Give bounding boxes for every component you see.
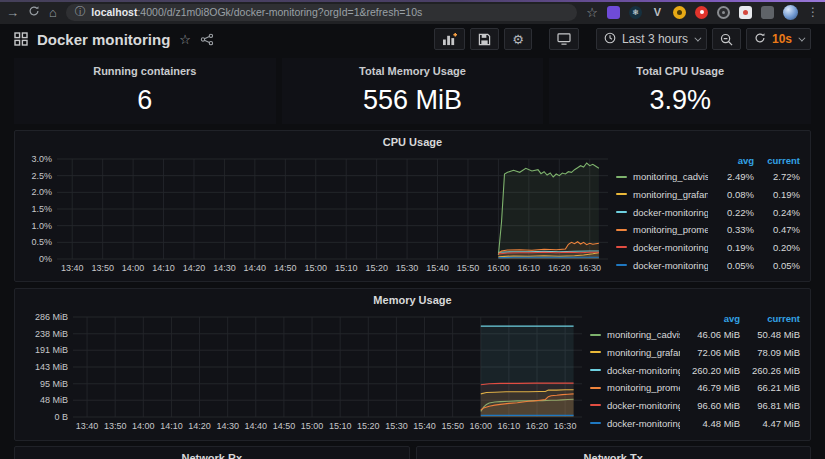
address-bar[interactable]: ⓘ localhost:4000/d/z1m0i8OGk/docker-moni…	[66, 4, 577, 21]
y-tick-label: 1.0%	[31, 221, 52, 231]
extension-cube-icon[interactable]	[607, 6, 620, 19]
extension-yellow-icon[interactable]	[673, 6, 686, 19]
x-tick-label: 14:10	[152, 263, 175, 273]
cycle-view-button[interactable]	[549, 28, 579, 50]
cpu-usage-chart[interactable]: 0%0.5%1.0%1.5%2.0%2.5%3.0%13:4013:5014:0…	[21, 152, 616, 274]
dashboard-header: Docker monitoring ☆ ⚙ La	[0, 24, 825, 54]
x-tick-label: 14:50	[274, 263, 297, 273]
legend-swatch	[616, 246, 627, 248]
memory-usage-panel: Memory Usage 0 B48 MiB95 MiB143 MiB191 M…	[14, 288, 811, 441]
legend-column-header[interactable]: avg	[680, 313, 740, 324]
legend-row: monitoring_prometheus_146.79 MiB66.21 Mi…	[590, 379, 800, 397]
x-tick-label: 15:40	[426, 263, 449, 273]
y-tick-label: 3.0%	[31, 154, 52, 164]
legend-series-name[interactable]: docker-monitoring_db_1	[590, 365, 680, 376]
legend-column-header[interactable]: current	[754, 155, 800, 166]
legend-series-name[interactable]: docker-monitoring_redis_1	[616, 260, 708, 271]
cpu-usage-panel: CPU Usage 0%0.5%1.0%1.5%2.0%2.5%3.0%13:4…	[14, 130, 811, 282]
x-tick-label: 14:30	[216, 421, 239, 431]
legend-row: monitoring_grafana_10.08%0.19%	[616, 185, 800, 203]
legend-series-name[interactable]: monitoring_grafana_1	[616, 189, 708, 200]
memory-usage-chart[interactable]: 0 B48 MiB95 MiB143 MiB191 MiB238 MiB286 …	[21, 310, 590, 432]
browser-menu-icon[interactable]: ⋮	[807, 5, 819, 19]
x-tick-label: 14:20	[188, 421, 211, 431]
x-tick-label: 16:20	[526, 421, 549, 431]
profile-avatar[interactable]	[783, 5, 798, 20]
refresh-icon	[754, 32, 766, 47]
panel-title-cpu-usage[interactable]: CPU Usage	[15, 131, 810, 152]
legend-series-name[interactable]: monitoring_cadvisor_1	[590, 329, 680, 340]
dashboard-title[interactable]: Docker monitoring	[37, 31, 170, 48]
panel-title-memory-usage[interactable]: Memory Usage	[15, 289, 810, 310]
url-path: :4000/d/z1m0i8OGk/docker-monitoring?orgI…	[137, 6, 422, 18]
legend-swatch	[590, 422, 601, 424]
x-tick-label: 16:30	[578, 263, 601, 273]
add-panel-button[interactable]	[434, 28, 465, 50]
extension-red-icon[interactable]	[695, 6, 708, 19]
save-dashboard-button[interactable]	[470, 28, 499, 50]
forward-icon[interactable]: →	[6, 6, 19, 19]
legend-series-name[interactable]: monitoring_prometheus_1	[590, 382, 680, 393]
y-tick-label: 0 B	[54, 412, 68, 422]
share-icon[interactable]	[200, 33, 214, 46]
legend-current-value: 96.81 MiB	[740, 400, 800, 411]
legend-series-name[interactable]: monitoring_grafana_1	[590, 347, 680, 358]
bookmark-star-icon[interactable]: ☆	[586, 5, 598, 20]
y-tick-label: 286 MiB	[35, 312, 68, 322]
legend-column-header[interactable]: avg	[708, 155, 754, 166]
legend-avg-value: 2.49%	[708, 171, 754, 182]
time-range-picker[interactable]: Last 3 hours	[596, 28, 707, 50]
x-tick-label: 14:40	[244, 263, 267, 273]
legend-row: docker-monitoring_app_10.19%0.20%	[616, 239, 800, 257]
legend-series-name[interactable]: monitoring_cadvisor_1	[616, 171, 708, 182]
site-info-icon[interactable]: ⓘ	[75, 5, 86, 19]
x-tick-label: 15:10	[335, 263, 358, 273]
extensions-puzzle-icon[interactable]	[761, 6, 774, 19]
x-tick-label: 15:30	[385, 421, 408, 431]
legend-series-name[interactable]: monitoring_prometheus_1	[616, 224, 708, 235]
legend-series-name[interactable]: docker-monitoring_db_1	[616, 207, 708, 218]
browser-toolbar: → ⌂ ⓘ localhost:4000/d/z1m0i8OGk/docker-…	[0, 0, 825, 24]
dashboard-grid-icon[interactable]	[14, 32, 28, 46]
legend-column-header[interactable]: current	[740, 313, 800, 324]
home-icon[interactable]: ⌂	[49, 6, 57, 19]
legend-series-name[interactable]: docker-monitoring_redis_1	[590, 418, 680, 429]
zoom-out-button[interactable]	[712, 28, 741, 50]
legend-swatch	[590, 334, 601, 336]
legend-avg-value: 260.20 MiB	[680, 365, 740, 376]
x-tick-label: 15:30	[396, 263, 419, 273]
refresh-interval-label[interactable]: 10s	[772, 32, 792, 46]
x-tick-label: 16:00	[469, 421, 492, 431]
legend-current-value: 0.19%	[754, 189, 800, 200]
legend-series-name[interactable]: docker-monitoring_app_1	[616, 242, 708, 253]
stat-title[interactable]: Total Memory Usage	[359, 65, 466, 77]
dashboard-toolbar: ⚙ Last 3 hours 10s	[434, 28, 811, 50]
stat-title[interactable]: Running containers	[93, 65, 196, 77]
grafana-app: Docker monitoring ☆ ⚙ La	[0, 24, 825, 459]
legend-swatch	[590, 369, 601, 371]
extension-dial-icon[interactable]	[717, 6, 730, 19]
x-tick-label: 13:40	[76, 421, 99, 431]
y-tick-label: 191 MiB	[35, 345, 68, 355]
legend-current-value: 260.26 MiB	[740, 365, 800, 376]
refresh-button[interactable]: 10s	[746, 28, 811, 50]
legend-series-name[interactable]: docker-monitoring_app_1	[590, 400, 680, 411]
legend-avg-value: 46.79 MiB	[680, 382, 740, 393]
panel-title-network-tx[interactable]: Network Tx	[417, 447, 811, 459]
x-tick-label: 13:50	[104, 421, 127, 431]
legend-swatch	[590, 351, 601, 353]
stat-title[interactable]: Total CPU Usage	[636, 65, 724, 77]
dashboard-settings-button[interactable]: ⚙	[504, 28, 532, 50]
legend-row: docker-monitoring_redis_10.05%0.05%	[616, 256, 800, 274]
chevron-down-icon	[694, 34, 701, 41]
favorite-star-icon[interactable]: ☆	[179, 32, 191, 47]
network-tx-panel: Network Tx	[416, 446, 812, 459]
gear-icon: ⚙	[512, 32, 524, 47]
extension-snowflake-icon[interactable]: ❄	[629, 6, 642, 19]
time-range-label: Last 3 hours	[622, 32, 688, 46]
extension-v-icon[interactable]: V	[651, 6, 664, 19]
extension-photo-icon[interactable]	[739, 6, 752, 19]
panel-title-network-rx[interactable]: Network Rx	[15, 447, 409, 459]
reload-icon[interactable]	[28, 5, 40, 19]
x-tick-label: 15:00	[304, 263, 327, 273]
